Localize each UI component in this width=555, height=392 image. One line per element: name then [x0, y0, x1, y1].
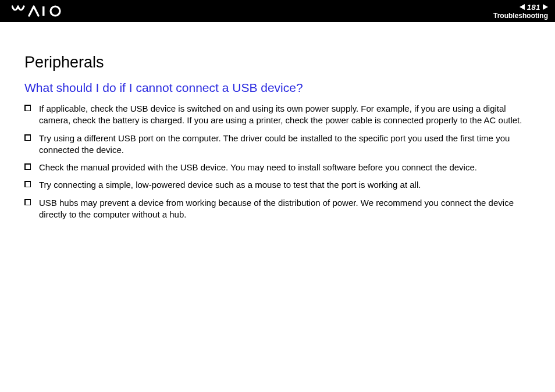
bullet-icon	[24, 199, 31, 205]
header-bar: 181 Troubleshooting	[0, 0, 555, 22]
vaio-logo	[12, 5, 65, 17]
bullet-text: USB hubs may prevent a device from worki…	[39, 197, 534, 221]
list-item: USB hubs may prevent a device from worki…	[24, 197, 534, 221]
page-content: Peripherals What should I do if I cannot…	[0, 22, 555, 220]
page-navigation: 181	[520, 3, 548, 11]
header-right: 181 Troubleshooting	[493, 3, 548, 19]
page-number: 181	[527, 3, 540, 11]
section-label: Troubleshooting	[493, 12, 548, 19]
bullet-list: If applicable, check the USB device is s…	[24, 103, 534, 220]
bullet-icon	[24, 105, 31, 111]
svg-point-1	[51, 6, 60, 16]
page-subheading: What should I do if I cannot connect a U…	[24, 81, 534, 95]
prev-page-arrow-icon[interactable]	[520, 4, 525, 10]
bullet-icon	[24, 163, 31, 170]
bullet-text: If applicable, check the USB device is s…	[39, 103, 534, 127]
list-item: Try using a different USB port on the co…	[24, 133, 534, 156]
list-item: If applicable, check the USB device is s…	[24, 103, 534, 127]
bullet-icon	[24, 181, 31, 187]
bullet-text: Try connecting a simple, low-powered dev…	[39, 179, 534, 191]
page-heading: Peripherals	[24, 54, 534, 72]
bullet-text: Check the manual provided with the USB d…	[39, 162, 534, 173]
list-item: Try connecting a simple, low-powered dev…	[24, 179, 534, 191]
list-item: Check the manual provided with the USB d…	[24, 162, 534, 173]
svg-rect-0	[42, 6, 45, 16]
bullet-text: Try using a different USB port on the co…	[39, 133, 534, 156]
next-page-arrow-icon[interactable]	[543, 4, 548, 10]
bullet-icon	[24, 134, 31, 141]
